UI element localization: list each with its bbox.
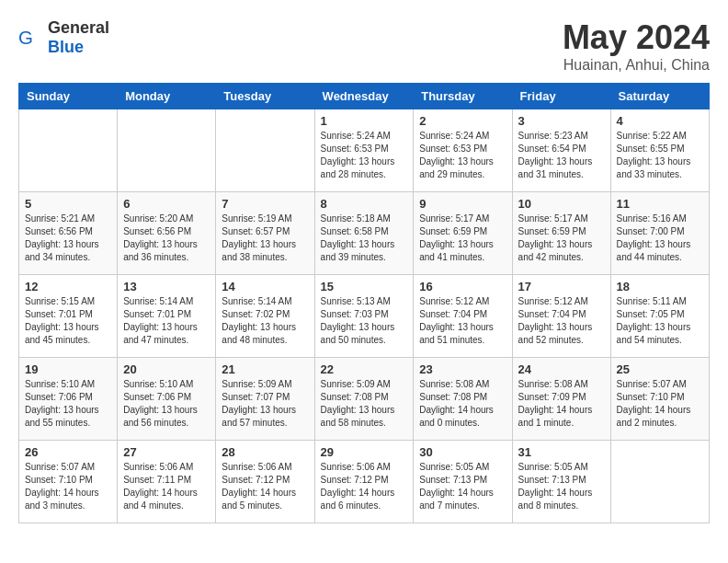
day-number: 24 (518, 362, 605, 376)
day-info: Sunrise: 5:05 AM Sunset: 7:13 PM Dayligh… (518, 461, 605, 512)
day-info: Sunrise: 5:17 AM Sunset: 6:59 PM Dayligh… (419, 213, 506, 264)
day-number: 13 (123, 280, 210, 293)
day-cell (216, 109, 314, 192)
day-cell: 5Sunrise: 5:21 AM Sunset: 6:56 PM Daylig… (19, 192, 118, 275)
day-info: Sunrise: 5:14 AM Sunset: 7:01 PM Dayligh… (123, 295, 210, 347)
day-info: Sunrise: 5:07 AM Sunset: 7:10 PM Dayligh… (617, 378, 703, 430)
day-cell: 6Sunrise: 5:20 AM Sunset: 6:56 PM Daylig… (118, 192, 216, 275)
day-info: Sunrise: 5:15 AM Sunset: 7:01 PM Dayligh… (25, 295, 111, 347)
day-number: 26 (25, 445, 111, 459)
logo-general-text: General (48, 18, 109, 37)
day-number: 1 (321, 114, 408, 128)
day-number: 29 (321, 445, 408, 459)
weekday-thursday: Thursday (414, 84, 512, 109)
day-number: 5 (25, 197, 111, 211)
day-cell: 3Sunrise: 5:23 AM Sunset: 6:54 PM Daylig… (512, 109, 610, 192)
page-header: G General Blue May 2024 Huainan, Anhui, … (18, 18, 710, 74)
day-cell: 19Sunrise: 5:10 AM Sunset: 7:06 PM Dayli… (19, 358, 118, 441)
title-block: May 2024 Huainan, Anhui, China (563, 18, 710, 74)
day-number: 18 (617, 280, 703, 293)
weekday-sunday: Sunday (19, 84, 118, 109)
day-cell: 17Sunrise: 5:12 AM Sunset: 7:04 PM Dayli… (512, 275, 610, 358)
day-cell (610, 441, 709, 523)
day-info: Sunrise: 5:08 AM Sunset: 7:09 PM Dayligh… (518, 378, 605, 430)
day-number: 25 (617, 362, 703, 376)
day-info: Sunrise: 5:24 AM Sunset: 6:53 PM Dayligh… (419, 130, 506, 181)
day-number: 19 (25, 362, 111, 376)
day-info: Sunrise: 5:06 AM Sunset: 7:11 PM Dayligh… (123, 461, 210, 512)
day-info: Sunrise: 5:09 AM Sunset: 7:07 PM Dayligh… (222, 378, 308, 430)
day-info: Sunrise: 5:18 AM Sunset: 6:58 PM Dayligh… (321, 213, 408, 264)
day-cell: 7Sunrise: 5:19 AM Sunset: 6:57 PM Daylig… (216, 192, 314, 275)
day-cell: 26Sunrise: 5:07 AM Sunset: 7:10 PM Dayli… (19, 441, 118, 523)
week-row-4: 19Sunrise: 5:10 AM Sunset: 7:06 PM Dayli… (19, 358, 710, 441)
day-cell: 16Sunrise: 5:12 AM Sunset: 7:04 PM Dayli… (414, 275, 512, 358)
day-cell: 13Sunrise: 5:14 AM Sunset: 7:01 PM Dayli… (118, 275, 216, 358)
day-number: 23 (419, 362, 506, 376)
day-number: 21 (222, 362, 308, 376)
month-title: May 2024 (563, 18, 710, 57)
day-info: Sunrise: 5:12 AM Sunset: 7:04 PM Dayligh… (419, 295, 506, 347)
day-cell: 29Sunrise: 5:06 AM Sunset: 7:12 PM Dayli… (314, 441, 414, 523)
week-row-3: 12Sunrise: 5:15 AM Sunset: 7:01 PM Dayli… (19, 275, 710, 358)
calendar-table: SundayMondayTuesdayWednesdayThursdayFrid… (18, 83, 710, 523)
day-number: 9 (419, 197, 506, 211)
day-cell: 1Sunrise: 5:24 AM Sunset: 6:53 PM Daylig… (314, 109, 414, 192)
weekday-saturday: Saturday (610, 84, 709, 109)
day-cell: 18Sunrise: 5:11 AM Sunset: 7:05 PM Dayli… (610, 275, 709, 358)
week-row-2: 5Sunrise: 5:21 AM Sunset: 6:56 PM Daylig… (19, 192, 710, 275)
weekday-wednesday: Wednesday (314, 84, 414, 109)
day-info: Sunrise: 5:05 AM Sunset: 7:13 PM Dayligh… (419, 461, 506, 512)
day-cell: 10Sunrise: 5:17 AM Sunset: 6:59 PM Dayli… (512, 192, 610, 275)
day-cell: 8Sunrise: 5:18 AM Sunset: 6:58 PM Daylig… (314, 192, 414, 275)
day-cell: 14Sunrise: 5:14 AM Sunset: 7:02 PM Dayli… (216, 275, 314, 358)
day-info: Sunrise: 5:09 AM Sunset: 7:08 PM Dayligh… (321, 378, 408, 430)
day-info: Sunrise: 5:11 AM Sunset: 7:05 PM Dayligh… (617, 295, 703, 347)
day-cell: 15Sunrise: 5:13 AM Sunset: 7:03 PM Dayli… (314, 275, 414, 358)
day-cell: 20Sunrise: 5:10 AM Sunset: 7:06 PM Dayli… (118, 358, 216, 441)
day-number: 12 (25, 280, 111, 293)
day-number: 2 (419, 114, 506, 128)
weekday-monday: Monday (118, 84, 216, 109)
week-row-5: 26Sunrise: 5:07 AM Sunset: 7:10 PM Dayli… (19, 441, 710, 523)
day-number: 16 (419, 280, 506, 293)
day-info: Sunrise: 5:10 AM Sunset: 7:06 PM Dayligh… (123, 378, 210, 430)
day-number: 27 (123, 445, 210, 459)
day-cell (19, 109, 118, 192)
day-info: Sunrise: 5:07 AM Sunset: 7:10 PM Dayligh… (25, 461, 111, 512)
day-number: 15 (321, 280, 408, 293)
day-number: 22 (321, 362, 408, 376)
day-cell: 12Sunrise: 5:15 AM Sunset: 7:01 PM Dayli… (19, 275, 118, 358)
day-cell (118, 109, 216, 192)
calendar-body: 1Sunrise: 5:24 AM Sunset: 6:53 PM Daylig… (19, 109, 710, 523)
day-number: 30 (419, 445, 506, 459)
day-info: Sunrise: 5:10 AM Sunset: 7:06 PM Dayligh… (25, 378, 111, 430)
location-title: Huainan, Anhui, China (563, 57, 710, 74)
logo-blue-text: Blue (48, 38, 84, 56)
week-row-1: 1Sunrise: 5:24 AM Sunset: 6:53 PM Daylig… (19, 109, 710, 192)
day-cell: 30Sunrise: 5:05 AM Sunset: 7:13 PM Dayli… (414, 441, 512, 523)
weekday-friday: Friday (512, 84, 610, 109)
day-number: 8 (321, 197, 408, 211)
day-info: Sunrise: 5:24 AM Sunset: 6:53 PM Dayligh… (321, 130, 408, 181)
day-cell: 23Sunrise: 5:08 AM Sunset: 7:08 PM Dayli… (414, 358, 512, 441)
day-cell: 21Sunrise: 5:09 AM Sunset: 7:07 PM Dayli… (216, 358, 314, 441)
day-number: 14 (222, 280, 308, 293)
day-info: Sunrise: 5:20 AM Sunset: 6:56 PM Dayligh… (123, 213, 210, 264)
day-info: Sunrise: 5:08 AM Sunset: 7:08 PM Dayligh… (419, 378, 506, 430)
day-number: 7 (222, 197, 308, 211)
day-cell: 4Sunrise: 5:22 AM Sunset: 6:55 PM Daylig… (610, 109, 709, 192)
day-cell: 2Sunrise: 5:24 AM Sunset: 6:53 PM Daylig… (414, 109, 512, 192)
day-number: 20 (123, 362, 210, 376)
day-info: Sunrise: 5:16 AM Sunset: 7:00 PM Dayligh… (617, 213, 703, 264)
logo-icon: G (18, 25, 44, 51)
day-cell: 9Sunrise: 5:17 AM Sunset: 6:59 PM Daylig… (414, 192, 512, 275)
day-number: 4 (617, 114, 703, 128)
day-number: 3 (518, 114, 605, 128)
day-number: 6 (123, 197, 210, 211)
day-info: Sunrise: 5:12 AM Sunset: 7:04 PM Dayligh… (518, 295, 605, 347)
day-info: Sunrise: 5:22 AM Sunset: 6:55 PM Dayligh… (617, 130, 703, 181)
day-info: Sunrise: 5:17 AM Sunset: 6:59 PM Dayligh… (518, 213, 605, 264)
day-info: Sunrise: 5:14 AM Sunset: 7:02 PM Dayligh… (222, 295, 308, 347)
day-number: 11 (617, 197, 703, 211)
